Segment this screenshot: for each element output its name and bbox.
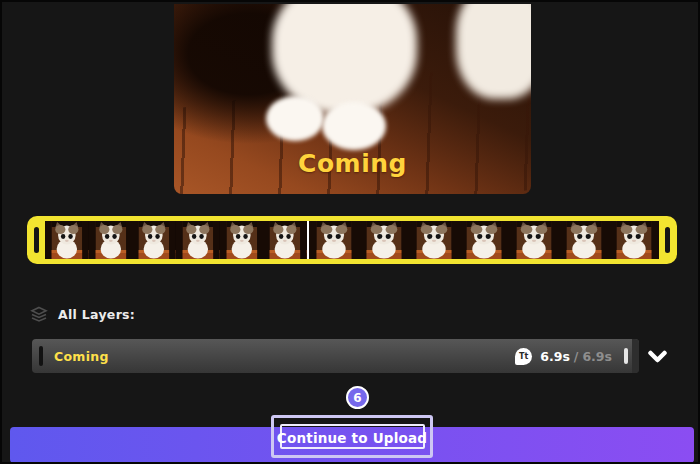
filmstrip-thumbnail — [45, 221, 89, 259]
layer-title: Coming — [54, 349, 109, 364]
filmstrip-thumbnail — [359, 221, 409, 259]
filmstrip-thumbnail — [220, 221, 264, 259]
step-number-badge: 6 — [346, 386, 369, 409]
cat-paw — [266, 96, 324, 141]
filmstrip-trimmer[interactable] — [27, 216, 677, 264]
trim-handle-left[interactable] — [34, 227, 39, 253]
continue-to-upload-button[interactable]: Continue to Upload — [257, 428, 447, 448]
preview-caption-text: Coming — [174, 149, 531, 178]
filmstrip-thumbnail — [263, 221, 307, 259]
layers-icon — [30, 306, 49, 323]
cat-paw — [322, 102, 386, 150]
filmstrip-thumbnails[interactable] — [45, 221, 659, 259]
filmstrip-thumbnail — [559, 221, 609, 259]
layer-drag-handle-right[interactable] — [624, 348, 628, 364]
filmstrip-thumbnail — [132, 221, 176, 259]
filmstrip-thumbnail — [509, 221, 559, 259]
filmstrip-thumbnail — [309, 221, 359, 259]
duration-total: 6.9s — [582, 349, 612, 364]
all-layers-heading: All Layers: — [30, 304, 135, 324]
duration-current: 6.9s — [540, 349, 570, 364]
duration-separator: / — [574, 349, 579, 364]
filmstrip-thumbnail — [176, 221, 220, 259]
filmstrip-thumbnail — [89, 221, 133, 259]
layer-row-end-cap — [632, 339, 639, 373]
filmstrip-segment — [309, 221, 659, 259]
filmstrip-segment — [45, 221, 307, 259]
filmstrip-thumbnail — [459, 221, 509, 259]
cat-paw — [456, 4, 531, 99]
filmstrip-thumbnail — [609, 221, 659, 259]
gif-preview: Coming — [174, 4, 531, 194]
filmstrip-thumbnail — [409, 221, 459, 259]
gif-editor-screen: Coming — [0, 0, 700, 464]
layer-row-coming[interactable]: Coming Tt 6.9s / 6.9s — [32, 339, 639, 373]
layer-drag-handle-left[interactable] — [39, 346, 43, 366]
chevron-down-icon[interactable] — [648, 350, 667, 364]
text-layer-icon: Tt — [515, 348, 532, 365]
layer-duration: 6.9s / 6.9s — [540, 349, 612, 364]
trim-handle-right[interactable] — [665, 227, 670, 253]
all-layers-label: All Layers: — [58, 307, 135, 322]
